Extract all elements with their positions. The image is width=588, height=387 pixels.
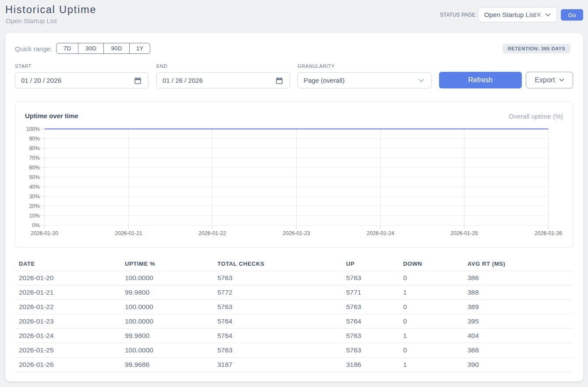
svg-text:90%: 90% [29, 136, 40, 142]
svg-text:50%: 50% [29, 174, 40, 180]
svg-text:20%: 20% [29, 203, 40, 209]
svg-text:2026-01-21: 2026-01-21 [115, 230, 142, 236]
svg-text:80%: 80% [29, 145, 40, 151]
svg-text:2026-01-23: 2026-01-23 [283, 230, 310, 236]
svg-text:2026-01-24: 2026-01-24 [367, 230, 394, 236]
svg-text:10%: 10% [29, 213, 40, 219]
svg-text:60%: 60% [29, 165, 40, 171]
svg-text:0%: 0% [32, 222, 40, 229]
svg-text:40%: 40% [29, 184, 40, 190]
svg-text:30%: 30% [29, 194, 40, 200]
svg-text:70%: 70% [29, 155, 40, 161]
svg-text:2026-01-26: 2026-01-26 [535, 230, 562, 236]
svg-text:100%: 100% [26, 126, 40, 132]
svg-text:2026-01-20: 2026-01-20 [31, 230, 58, 236]
svg-text:2026-01-25: 2026-01-25 [450, 230, 478, 236]
svg-text:2026-01-22: 2026-01-22 [198, 230, 226, 236]
